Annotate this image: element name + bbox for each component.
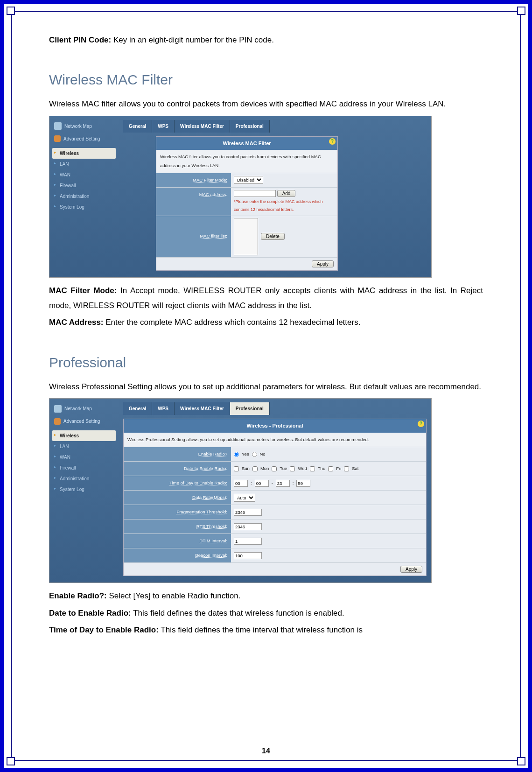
data-rate-select[interactable]: Auto [234,494,255,502]
enable-radio-no[interactable] [252,452,257,457]
network-map-icon [54,405,62,413]
date-enable-text-label: Date to Enable Radio: [49,609,131,618]
tab-mac-filter[interactable]: Wireless MAC Filter [175,120,230,133]
date-enable-para: Date to Enable Radio: This field defines… [49,606,483,621]
day-tue-label: Tue [280,464,287,473]
sidebar: Network Map Advanced Setting Wireless LA… [49,116,119,277]
tab2-general[interactable]: General [123,402,152,415]
sidebar2-item-wan[interactable]: WAN [52,452,116,463]
main-area2: General WPS Wireless MAC Filter Professi… [119,399,431,583]
enable-radio-label: Enable Radio? [124,447,231,461]
sidebar2-item-administration[interactable]: Administration [52,473,116,484]
mac-filter-screenshot: Network Map Advanced Setting Wireless LA… [49,116,432,278]
sidebar-advanced-label: Advanced Setting [63,134,100,143]
dtim-label: DTIM Interval: [124,534,231,548]
day-sat[interactable] [344,466,349,471]
tab2-professional[interactable]: Professional [230,402,270,415]
tab2-mac-filter[interactable]: Wireless MAC Filter [175,402,230,415]
day-sat-label: Sat [352,464,358,473]
mac-address-input[interactable] [234,190,276,197]
no-label: No [260,450,266,458]
sidebar-item-network-map[interactable]: Network Map [52,120,116,133]
time-m1[interactable] [255,480,269,487]
add-button[interactable]: Add [277,190,296,197]
sidebar-item-system-log[interactable]: System Log [52,202,116,212]
tabs2: General WPS Wireless MAC Filter Professi… [123,402,427,415]
day-wed-label: Wed [298,464,307,473]
panel-title-text: Wireless MAC Filter [223,140,271,146]
sidebar2-item-advanced[interactable]: Advanced Setting [52,415,116,428]
sidebar2-item-system-log[interactable]: System Log [52,484,116,495]
tab-professional[interactable]: Professional [230,120,270,133]
sidebar-item-administration[interactable]: Administration [52,191,116,202]
sidebar-item-wan[interactable]: WAN [52,169,116,180]
day-sun[interactable] [234,466,239,471]
client-pin-text: Key in an eight-digit number for the PIN… [111,35,274,44]
time-h2[interactable] [276,480,290,487]
sidebar2-item-firewall[interactable]: Firewall [52,463,116,473]
rts-input[interactable] [234,523,262,530]
data-rate-label: Data Rate(Mbps): [124,491,231,505]
day-fri-label: Fri [336,464,341,473]
main-area: General WPS Wireless MAC Filter Professi… [119,116,431,277]
enable-radio-text: Select [Yes] to enable Radio function. [107,591,241,600]
enable-radio-text-label: Enable Radio?: [49,591,107,600]
day-mon-label: Mon [260,464,269,473]
sidebar-item-firewall[interactable]: Firewall [52,180,116,191]
sidebar2-submenu: Wireless LAN WAN Firewall Administration… [52,429,116,496]
time-m2[interactable] [296,480,310,487]
tab2-wps[interactable]: WPS [152,402,175,415]
delete-button[interactable]: Delete [261,233,285,240]
sidebar-item-wireless[interactable]: Wireless [52,148,116,159]
time-h1[interactable] [234,480,248,487]
time-enable-para: Time of Day to Enable Radio: This field … [49,623,483,638]
help-icon[interactable]: ? [418,421,424,427]
beacon-input[interactable] [234,552,262,559]
day-wed[interactable] [290,466,295,471]
mac-filter-list-label: MAC filter list: [156,216,231,257]
sidebar2-item-wireless[interactable]: Wireless [52,430,116,441]
sidebar-item-advanced[interactable]: Advanced Setting [52,133,116,145]
frag-input[interactable] [234,509,262,516]
day-fri[interactable] [328,466,333,471]
mac-address-para: MAC Address: Enter the complete MAC addr… [49,315,483,330]
panel2-title-text: Wireless - Professional [247,423,303,428]
date-enable-label: Date to Enable Radio: [124,462,231,476]
professional-screenshot: Network Map Advanced Setting Wireless LA… [49,398,432,583]
help-icon[interactable]: ? [329,138,336,145]
apply-button-2[interactable]: Apply [400,566,422,573]
tools-icon [54,135,61,142]
day-tue[interactable] [272,466,277,471]
dtim-input[interactable] [234,538,262,545]
page-number: 14 [0,747,532,755]
mac-filter-mode-text-label: MAC Filter Mode: [49,286,117,295]
day-mon[interactable] [252,466,258,471]
mac-address-text-label: MAC Address: [49,318,104,327]
tab-general[interactable]: General [123,120,152,133]
day-sun-label: Sun [242,464,250,473]
sidebar-item-lan[interactable]: LAN [52,159,116,169]
rts-label: RTS Threshold: [124,519,231,533]
mac-filter-mode-label: MAC Filter Mode: [156,173,231,187]
mac-filter-mode-select[interactable]: Disabled [234,176,263,184]
enable-radio-yes[interactable] [234,452,239,457]
panel-desc: Wireless MAC filter allows you to contro… [156,150,337,172]
panel2-desc: Wireless Professional Setting allows you… [124,433,426,447]
time-enable-label: Time of Day to Enable Radio: [124,476,231,490]
apply-button[interactable]: Apply [312,260,334,267]
tab-wps[interactable]: WPS [152,120,175,133]
enable-radio-para: Enable Radio?: Select [Yes] to enable Ra… [49,589,483,604]
mac-filter-listbox[interactable] [234,218,258,255]
frag-label: Fragmentation Threshold: [124,505,231,519]
sidebar-network-map-label: Network Map [64,122,92,131]
sidebar2-item-lan[interactable]: LAN [52,441,116,452]
sidebar2: Network Map Advanced Setting Wireless LA… [49,399,119,583]
day-thu[interactable] [310,466,315,471]
sidebar2-item-network-map[interactable]: Network Map [52,402,116,415]
professional-heading: Professional [49,349,483,376]
time-enable-text: This field defines the time interval tha… [159,625,363,634]
time-enable-text-label: Time of Day to Enable Radio: [49,625,159,634]
mac-address-label: MAC address: [156,188,231,216]
date-enable-text: This field defines the dates that wirele… [131,609,344,618]
network-map-icon [54,122,62,130]
